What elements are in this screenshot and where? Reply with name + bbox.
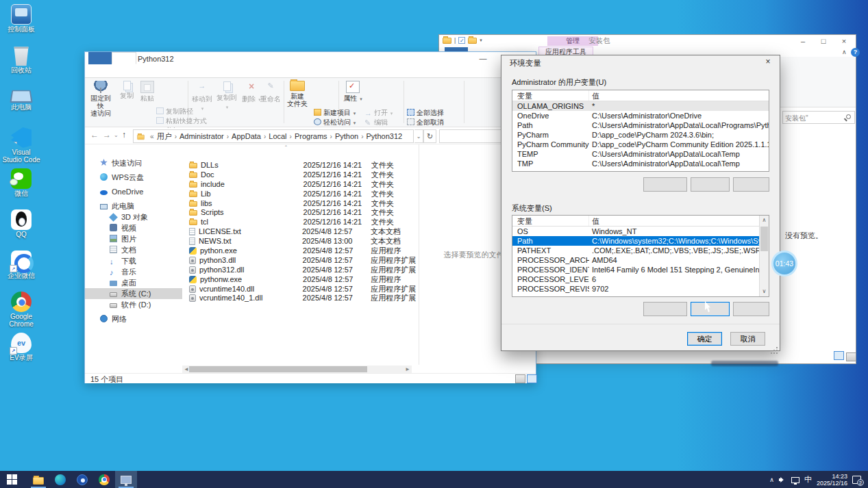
details-view-button[interactable] — [834, 351, 844, 360]
variable-row[interactable]: TEMP C:\Users\Administrator\AppData\Loca… — [512, 149, 769, 159]
sidebar-item[interactable]: 文档 — [85, 244, 182, 255]
variable-row[interactable]: PATHEXT .COM;.EXE;.BAT;.CMD;.VBS;.VBE;.J… — [512, 246, 769, 255]
sidebar-item[interactable]: 音乐 — [85, 266, 182, 277]
file-row[interactable]: libs 2025/12/16 14:21 文件夹 — [182, 199, 419, 209]
breadcrumb-segment[interactable]: 用户› — [157, 132, 179, 140]
scroll-up-icon[interactable]: ∧ — [760, 216, 769, 225]
sidebar-item[interactable]: OneDrive — [85, 186, 182, 197]
breadcrumb-segment[interactable]: Programs› — [295, 132, 335, 140]
ribbon-button[interactable]: 全部取消 — [407, 118, 444, 127]
file-row[interactable]: Doc 2025/12/16 14:21 文件夹 — [182, 170, 419, 180]
file-row[interactable]: vcruntime140.dll 2025/4/8 12:57 应用程序扩展 — [182, 285, 419, 294]
variable-row[interactable]: OneDrive C:\Users\Administrator\OneDrive — [512, 111, 769, 120]
variable-row[interactable]: PyCharm Community Editi... D:\app_code\P… — [512, 140, 769, 149]
ribbon-tab[interactable] — [88, 52, 112, 64]
sidebar-item[interactable]: 快速访问 — [85, 157, 182, 168]
breadcrumb-segment[interactable]: Python312› — [367, 132, 403, 140]
recent-dropdown-icon[interactable]: ⌄ — [114, 132, 119, 138]
desktop-icon[interactable]: Google Chrome — [1, 290, 41, 331]
system-variables-table[interactable]: 变量 值 OS Windows_NT Path C:\Windows\syste… — [512, 215, 769, 297]
dialog-button[interactable] — [691, 302, 730, 316]
back-icon[interactable]: ← — [90, 130, 99, 140]
tray-expand-icon[interactable]: ∧ — [769, 476, 774, 483]
taskbar-app-icon[interactable] — [71, 471, 93, 488]
address-dropdown-icon[interactable]: ⌄ — [414, 129, 423, 143]
network-icon[interactable] — [791, 477, 799, 483]
check-icon[interactable]: ✓ — [458, 37, 465, 44]
ribbon-button[interactable]: 复制 — [115, 80, 138, 99]
scroll-down-icon[interactable]: ∨ — [760, 287, 769, 296]
ribbon-button[interactable]: 全部选择 — [407, 108, 444, 117]
ribbon-tab[interactable] — [165, 52, 191, 64]
desktop-icon[interactable]: 回收站 — [1, 44, 41, 85]
help-icon[interactable]: ? — [851, 48, 860, 57]
ribbon-button[interactable]: 复制到 — [214, 80, 239, 110]
variable-column-header[interactable]: 变量 — [512, 90, 589, 101]
desktop-icon[interactable]: 此电脑 — [1, 85, 41, 126]
ribbon-button[interactable]: 固定到快 速访问 — [89, 80, 112, 117]
search-input[interactable]: 安装包" — [782, 111, 855, 124]
sidebar-item[interactable]: 网络 — [85, 313, 182, 324]
dialog-environment-variables[interactable]: 环境变量 × Administrator 的用户变量(U) 变量 值 OLLAM… — [501, 55, 780, 351]
sidebar-item[interactable]: WPS云盘 — [85, 172, 182, 183]
breadcrumb-segment[interactable]: Administrator› — [179, 132, 232, 140]
taskbar-app-icon[interactable] — [115, 471, 137, 488]
sidebar-item[interactable]: 3D 对象 — [85, 211, 182, 222]
file-row[interactable]: include 2025/12/16 14:21 文件夹 — [182, 180, 419, 190]
ok-button[interactable]: 确定 — [687, 332, 722, 346]
window-python312-explorer[interactable]: | ✓ ▾ Python312 — 固定到快 速访问 — [84, 51, 536, 383]
file-row[interactable]: python3.dll 2025/4/8 12:57 应用程序扩展 — [182, 256, 419, 266]
ribbon-button[interactable]: 粘贴快捷方式 — [156, 116, 207, 125]
sidebar-item[interactable]: 下载 — [85, 255, 182, 266]
dialog-button[interactable] — [691, 177, 730, 192]
file-row[interactable]: NEWS.txt 2025/4/8 13:00 文本文档 — [182, 237, 419, 246]
variable-column-header[interactable]: 变量 — [512, 216, 589, 226]
ribbon-button[interactable]: 编辑 — [364, 118, 388, 127]
refresh-icon[interactable]: ↻ — [423, 129, 436, 143]
ribbon-button[interactable]: 新建项目 — [314, 108, 356, 117]
sidebar-item[interactable]: 图片 — [85, 233, 182, 244]
ribbon-button[interactable]: 移动到 — [190, 80, 214, 112]
clock[interactable]: 14:23 2025/12/16 — [817, 473, 847, 487]
desktop-icon[interactable]: 微信 — [1, 167, 41, 208]
variable-row[interactable]: OS Windows_NT — [512, 227, 769, 236]
scrollbar-thumb[interactable] — [760, 227, 768, 251]
properties-button[interactable]: 属性 — [341, 80, 364, 103]
breadcrumb-segment[interactable]: AppData› — [232, 132, 269, 140]
variable-row[interactable]: TMP C:\Users\Administrator\AppData\Local… — [512, 159, 769, 168]
scrollbar-thumb[interactable] — [189, 366, 367, 372]
dialog-button[interactable] — [733, 177, 769, 192]
breadcrumb-segment[interactable]: Local› — [269, 132, 295, 140]
file-row[interactable]: Scripts 2025/12/16 14:21 文件夹 — [182, 208, 419, 218]
new-folder-button[interactable]: 新建 文件夹 — [286, 80, 309, 107]
sidebar-item[interactable]: 视频 — [85, 222, 182, 233]
screen-recorder-timer[interactable]: 01:43 — [771, 251, 797, 277]
dialog-button[interactable] — [643, 302, 687, 316]
minimize-button[interactable]: – — [793, 35, 813, 47]
file-row[interactable]: vcruntime140_1.dll 2025/4/8 12:57 应用程序扩展 — [182, 294, 419, 303]
ribbon-button[interactable]: 打开 — [364, 108, 393, 117]
variable-row[interactable]: Path C:\Users\Administrator\AppData\Loca… — [512, 120, 769, 130]
vertical-scrollbar[interactable]: ∧ ∨ — [759, 216, 769, 296]
ribbon-collapse-icon[interactable]: ∧ — [842, 49, 847, 55]
file-row[interactable]: DLLs 2025/12/16 14:21 文件夹 — [182, 161, 419, 170]
ribbon-tab[interactable] — [138, 52, 164, 64]
details-view-button[interactable] — [527, 374, 537, 383]
start-button[interactable] — [7, 474, 17, 485]
action-center-icon[interactable]: 2 — [852, 476, 861, 484]
desktop-icon[interactable]: EV录屏 — [1, 331, 41, 372]
sidebar-item[interactable]: 系统 (C:) — [85, 288, 182, 299]
maximize-button[interactable]: □ — [813, 35, 834, 47]
up-icon[interactable]: ↑ — [122, 130, 126, 140]
ime-indicator[interactable]: 中 — [804, 474, 812, 485]
taskbar-app-icon[interactable] — [27, 471, 49, 488]
scroll-right-icon[interactable]: ► — [405, 365, 410, 373]
value-column-header[interactable]: 值 — [589, 216, 769, 226]
variable-row[interactable]: Path C:\Windows\system32;C:\Windows;C:\W… — [512, 236, 769, 246]
variable-row[interactable]: PROCESSOR_LEVEL 6 — [512, 274, 769, 284]
file-row[interactable]: tcl 2025/12/16 14:21 文件夹 — [182, 218, 419, 227]
volume-icon[interactable] — [779, 476, 786, 483]
desktop-icon[interactable]: 控制面板 — [1, 3, 41, 44]
resize-grip[interactable] — [776, 347, 778, 348]
ribbon-button[interactable]: 轻松访问 — [314, 118, 356, 127]
